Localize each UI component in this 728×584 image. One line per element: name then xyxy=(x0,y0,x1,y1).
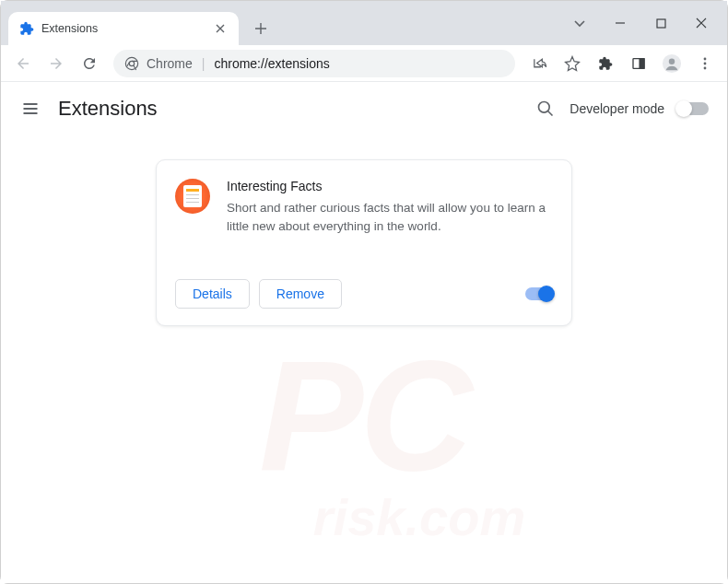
share-icon[interactable] xyxy=(524,49,554,78)
profile-avatar-icon[interactable] xyxy=(657,49,687,78)
reload-button[interactable] xyxy=(75,49,104,78)
developer-mode-toggle[interactable] xyxy=(677,102,709,115)
minimize-button[interactable] xyxy=(600,5,640,41)
url-text: chrome://extensions xyxy=(214,56,329,71)
svg-rect-0 xyxy=(657,19,665,28)
svg-point-10 xyxy=(704,66,707,69)
window-controls xyxy=(559,1,722,45)
svg-point-8 xyxy=(704,57,707,60)
puzzle-piece-icon xyxy=(19,21,34,36)
browser-tab[interactable]: Extensions xyxy=(8,12,239,45)
titlebar: Extensions xyxy=(1,1,727,45)
svg-rect-5 xyxy=(640,58,644,68)
forward-button[interactable] xyxy=(41,49,71,78)
details-button[interactable]: Details xyxy=(175,279,250,309)
svg-point-11 xyxy=(539,102,550,113)
page-content: PC risk.com Extensions Developer mode xyxy=(1,82,727,583)
new-tab-button[interactable] xyxy=(248,16,274,41)
svg-point-1 xyxy=(125,57,137,69)
url-prefix: Chrome xyxy=(147,56,193,71)
address-bar[interactable]: Chrome | chrome://extensions xyxy=(113,50,515,77)
close-window-button[interactable] xyxy=(681,5,722,41)
maximize-button[interactable] xyxy=(640,5,681,41)
kebab-menu-icon[interactable] xyxy=(690,49,720,78)
search-icon[interactable] xyxy=(534,98,557,120)
hamburger-menu-icon[interactable] xyxy=(19,98,41,120)
url-separator: | xyxy=(202,56,205,71)
extensions-icon[interactable] xyxy=(591,49,620,78)
chrome-icon xyxy=(124,56,139,71)
extension-name: Interesting Facts xyxy=(227,179,553,193)
remove-button[interactable]: Remove xyxy=(259,279,342,309)
tab-title: Extensions xyxy=(41,22,205,35)
extension-card: Interesting Facts Short and rather curio… xyxy=(156,159,572,326)
back-button[interactable] xyxy=(8,49,38,78)
chevron-down-icon[interactable] xyxy=(559,5,600,41)
extension-app-icon xyxy=(175,179,210,214)
developer-mode-label: Developer mode xyxy=(569,101,664,116)
side-panel-icon[interactable] xyxy=(624,49,653,78)
page-title: Extensions xyxy=(58,97,158,121)
svg-point-9 xyxy=(704,62,707,64)
svg-point-7 xyxy=(669,58,675,64)
tab-close-button[interactable] xyxy=(213,21,228,36)
toolbar: Chrome | chrome://extensions xyxy=(1,45,727,82)
page-header: Extensions Developer mode xyxy=(1,82,727,135)
extension-enable-toggle[interactable] xyxy=(525,287,553,300)
bookmark-star-icon[interactable] xyxy=(558,49,587,78)
extension-description: Short and rather curious facts that will… xyxy=(227,199,553,237)
svg-point-2 xyxy=(129,61,134,65)
